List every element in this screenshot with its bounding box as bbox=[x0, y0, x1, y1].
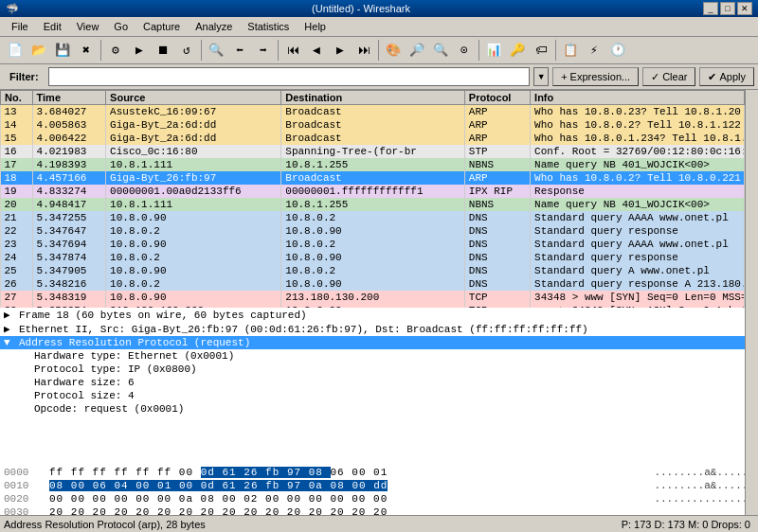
restart-btn[interactable]: ↺ bbox=[175, 39, 198, 62]
table-row[interactable]: 154.006422Giga-Byt_2a:6d:ddBroadcastARPW… bbox=[1, 132, 745, 145]
toolbar-separator bbox=[378, 40, 379, 61]
zout-btn[interactable]: 🔍 bbox=[429, 39, 452, 62]
column-header-protocol[interactable]: Protocol bbox=[464, 91, 530, 105]
menu-item-file[interactable]: File bbox=[4, 19, 36, 34]
menu-item-view[interactable]: View bbox=[69, 19, 107, 34]
color-btn[interactable]: 🎨 bbox=[382, 39, 405, 62]
table-row[interactable]: 204.94841710.8.1.11110.8.1.255NBNSName q… bbox=[1, 198, 745, 211]
column-header-source[interactable]: Source bbox=[106, 91, 281, 105]
last-btn[interactable]: ⏭ bbox=[352, 39, 375, 62]
packet-detail-scrollbar[interactable] bbox=[745, 308, 758, 464]
hex-bytes[interactable]: ff ff ff ff ff ff 00 0d 61 26 fb 97 08 0… bbox=[49, 466, 646, 479]
cell-source: 10.8.0.2 bbox=[106, 224, 281, 238]
fwd-btn[interactable]: ➡ bbox=[252, 39, 275, 62]
table-row[interactable]: 194.83327400000001.00a0d2133ff600000001.… bbox=[1, 185, 745, 198]
cell-no: 16 bbox=[1, 145, 33, 158]
time-btn[interactable]: 🕐 bbox=[606, 39, 629, 62]
start-btn[interactable]: ▶ bbox=[128, 39, 151, 62]
column-header-time[interactable]: Time bbox=[32, 91, 106, 105]
menu-item-edit[interactable]: Edit bbox=[36, 19, 69, 34]
graph-btn[interactable]: 📊 bbox=[482, 39, 505, 62]
prev-btn[interactable]: ◀ bbox=[305, 39, 328, 62]
cell-destination: 10.8.0.2 bbox=[281, 238, 465, 251]
clear-button[interactable]: ✓ Clear bbox=[642, 67, 695, 86]
cell-protocol: DNS bbox=[464, 251, 530, 264]
first-btn[interactable]: ⏮ bbox=[281, 39, 304, 62]
menu-item-analyze[interactable]: Analyze bbox=[188, 19, 240, 34]
menu-item-help[interactable]: Help bbox=[297, 19, 334, 34]
detail-row[interactable]: ▼Address Resolution Protocol (request) bbox=[0, 336, 745, 349]
cell-protocol: DNS bbox=[464, 277, 530, 291]
expert-btn[interactable]: 📋 bbox=[559, 39, 582, 62]
menu-item-statistics[interactable]: Statistics bbox=[240, 19, 297, 34]
save-btn[interactable]: 💾 bbox=[51, 39, 74, 62]
table-row[interactable]: 164.021983Cisco_0c:16:80Spanning-Tree-(f… bbox=[1, 145, 745, 158]
clear-check-icon: ✓ bbox=[651, 71, 659, 83]
menu-item-capture[interactable]: Capture bbox=[135, 19, 188, 34]
hex-bytes[interactable]: 08 00 06 04 00 01 00 0d 61 26 fb 97 0a 0… bbox=[49, 479, 646, 492]
column-header-no[interactable]: No. bbox=[1, 91, 33, 105]
find-btn[interactable]: 🔍 bbox=[205, 39, 227, 62]
cell-info: Who has 10.8.0.23? Tell 10.8.1.20 bbox=[531, 105, 745, 119]
table-row[interactable]: 133.684027AsustekC_16:09:67BroadcastARPW… bbox=[1, 105, 745, 119]
hex-offset: 0000 bbox=[4, 466, 42, 479]
table-row[interactable]: 225.34764710.8.0.210.8.0.90DNSStandard q… bbox=[1, 224, 745, 238]
zin-btn[interactable]: 🔎 bbox=[406, 39, 428, 62]
znorm-btn[interactable]: ⊙ bbox=[453, 39, 476, 62]
column-header-destination[interactable]: Destination bbox=[281, 91, 465, 105]
expression-button[interactable]: + Expression... bbox=[552, 67, 639, 86]
filter-input[interactable] bbox=[48, 67, 531, 86]
table-row[interactable]: 235.34769410.8.0.9010.8.0.2DNSStandard q… bbox=[1, 238, 745, 251]
menu-item-go[interactable]: Go bbox=[106, 19, 135, 34]
apply-button[interactable]: ✔ Apply bbox=[699, 67, 754, 86]
iface-btn[interactable]: ⚡ bbox=[583, 39, 605, 62]
cell-info: Standard query AAAA www.onet.pl bbox=[531, 238, 745, 251]
hex-ascii: ................ bbox=[654, 492, 754, 505]
detail-row[interactable]: Hardware size: 6 bbox=[0, 376, 745, 389]
table-row[interactable]: 265.34821610.8.0.210.8.0.90DNSStandard q… bbox=[1, 277, 745, 291]
cell-protocol: ARP bbox=[464, 118, 530, 132]
options-btn[interactable]: ⚙ bbox=[104, 39, 127, 62]
packet-detail-panel: ▶Frame 18 (60 bytes on wire, 60 bytes ca… bbox=[0, 308, 758, 464]
filter-dropdown-button[interactable]: ▼ bbox=[533, 67, 549, 86]
detail-row[interactable]: Hardware type: Ethernet (0x0001) bbox=[0, 349, 745, 363]
hex-bytes[interactable]: 00 00 00 00 00 00 0a 08 00 02 00 00 00 0… bbox=[49, 492, 646, 505]
detail-row[interactable]: ▶Ethernet II, Src: Giga-Byt_26:fb:97 (00… bbox=[0, 322, 745, 336]
close-button[interactable]: ✕ bbox=[737, 2, 752, 15]
cell-info: 34348 > www [SYN] Seq=0 Len=0 MSS=1460 T… bbox=[531, 291, 745, 304]
detail-row[interactable]: Protocol type: IP (0x0800) bbox=[0, 363, 745, 376]
detail-row[interactable]: Protocol size: 4 bbox=[0, 389, 745, 402]
packet-list-scrollbar[interactable] bbox=[745, 90, 758, 308]
table-row[interactable]: 144.005863Giga-Byt_2a:6d:ddBroadcastARPW… bbox=[1, 118, 745, 132]
cell-no: 27 bbox=[1, 291, 33, 304]
cell-source: 00000001.00a0d2133ff6 bbox=[106, 185, 281, 198]
toolbar-separator bbox=[555, 40, 556, 61]
open-btn[interactable]: 📂 bbox=[27, 39, 50, 62]
table-row[interactable]: 275.34831910.8.0.90213.180.130.200TCP343… bbox=[1, 291, 745, 304]
expression-plus-icon: + bbox=[561, 71, 567, 82]
expand-arrow-icon: ▶ bbox=[4, 309, 15, 321]
maximize-button[interactable]: □ bbox=[720, 2, 735, 15]
table-row[interactable]: 174.19839310.8.1.11110.8.1.255NBNSName q… bbox=[1, 158, 745, 171]
minimize-button[interactable]: _ bbox=[703, 2, 718, 15]
back-btn[interactable]: ⬅ bbox=[228, 39, 251, 62]
decode-btn[interactable]: 🔑 bbox=[506, 39, 529, 62]
detail-row[interactable]: ▶Frame 18 (60 bytes on wire, 60 bytes ca… bbox=[0, 308, 745, 322]
new-btn[interactable]: 📄 bbox=[4, 39, 27, 62]
filter-bar: Filter: ▼ + Expression... ✓ Clear ✔ Appl… bbox=[0, 64, 758, 90]
cell-destination: 10.8.0.90 bbox=[281, 277, 465, 291]
cell-info: Name query NB 401_WOJCIK<00> bbox=[531, 198, 745, 211]
table-row[interactable]: 215.34725510.8.0.9010.8.0.2DNSStandard q… bbox=[1, 211, 745, 224]
close-btn[interactable]: ✖ bbox=[75, 39, 98, 62]
table-row[interactable]: 245.34787410.8.0.210.8.0.90DNSStandard q… bbox=[1, 251, 745, 264]
stop-btn[interactable]: ⏹ bbox=[152, 39, 174, 62]
cell-no: 13 bbox=[1, 105, 33, 119]
column-header-info[interactable]: Info bbox=[531, 91, 745, 105]
detail-row[interactable]: Opcode: request (0x0001) bbox=[0, 402, 745, 416]
table-row[interactable]: 255.34790510.8.0.9010.8.0.2DNSStandard q… bbox=[1, 264, 745, 277]
table-row[interactable]: 184.457166Giga-Byt_26:fb:97BroadcastARPW… bbox=[1, 171, 745, 185]
cell-source: 10.8.0.2 bbox=[106, 251, 281, 264]
cell-no: 22 bbox=[1, 224, 33, 238]
next-btn[interactable]: ▶ bbox=[329, 39, 352, 62]
filter-btn[interactable]: 🏷 bbox=[530, 39, 552, 62]
